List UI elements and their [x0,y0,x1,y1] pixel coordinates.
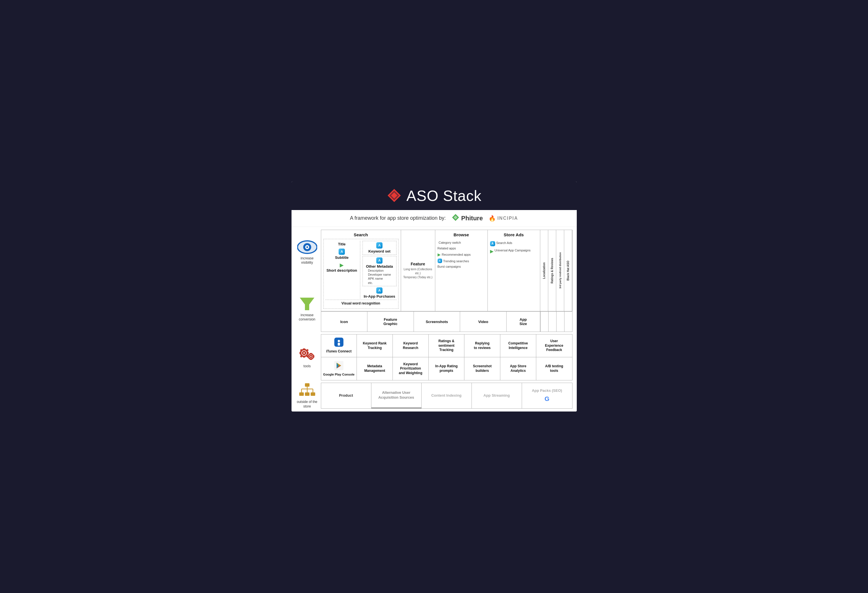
black-hat-aso-label: Black Hat ASO [564,230,572,311]
alternative-acquisition-cell: Alternative UserAcquisition Sources [371,383,422,408]
svg-rect-14 [303,356,305,358]
vert-spacer-3 [556,312,564,331]
bottom-row: outside of the store Product Alternative… [296,383,573,409]
icon-cell: Icon [321,312,368,331]
keyword-rank-tracking-cell: Keyword RankTracking [357,334,393,357]
svg-rect-26 [313,355,314,358]
org-chart-icon [299,383,316,398]
svg-point-9 [306,246,308,248]
video-cell: Video [460,312,506,331]
store-ads-item-1: ▶ Universal App Campaigns [490,248,538,254]
middle-row: tools iTunes Connect Keyword RankTra [296,334,573,380]
svg-rect-23 [310,353,312,355]
feature-graphic-cell: FeatureGraphic [368,312,414,331]
store-ads-title: Store Ads [490,232,538,237]
apple-icon-keyword: A [376,242,382,248]
gears-icon [297,346,317,362]
top-row: increase visibility increase conversion … [296,230,573,332]
play-icon-short-desc: ▶ [339,262,345,268]
itunes-connect-icon [334,337,344,348]
keyword-research-cell: KeywordResearch [393,334,429,357]
phiture-diamond-icon [452,213,459,223]
svg-point-21 [309,354,313,359]
conversion-label-group: increase conversion [296,297,319,322]
play-icon-browse: ▶ [438,251,441,258]
screenshots-cell: Screenshots [414,312,461,331]
aso-logo-icon [387,188,402,204]
play-icon-uac: ▶ [490,248,493,254]
increase-visibility-label: increase visibility [296,256,319,265]
browse-section: Browse Category switch Related apps ▶ [435,230,488,311]
apple-icon-searchads: A [490,241,495,246]
third-party-android-label: 3rd party Android distribution [556,230,564,311]
conversion-cells: Icon FeatureGraphic Screenshots Video Ap [321,312,572,331]
short-desc-cell: ▶ Short description [325,261,359,274]
svg-point-22 [310,355,312,358]
other-metadata-items: Description Developer name APK name etc. [368,269,391,285]
svg-rect-24 [310,358,312,360]
google-play-console-icon [334,361,344,371]
svg-rect-35 [305,383,310,387]
svg-rect-13 [303,348,305,350]
search-inner: Title A Subtitle [323,239,399,309]
product-cell: Product [321,383,371,408]
subtitle-bar: A framework for app store optimization b… [292,210,577,227]
content-indexing-cell: Content Indexing [422,383,472,408]
content-area: increase visibility increase conversion … [292,227,577,411]
subtitle-text: A framework for app store optimization b… [350,215,446,221]
competitive-intel-cell: CompetitiveIntelligence [500,334,536,357]
search-title: Search [323,232,399,237]
vertical-labels-group: Localization Ratings & Reviews 3rd party… [540,230,572,311]
keyword-set-cell: Keyword set [369,249,391,253]
app-packs-cell: App Packs (SEO) G [522,383,572,408]
outside-store-side-label: outside of the store [296,383,319,409]
apple-icon-iap: A [376,287,382,294]
outside-store-grid: Product Alternative UserAcquisition Sour… [321,383,573,409]
header-title: ASO Stack [406,187,481,204]
tools-grid: iTunes Connect Keyword RankTracking Keyw… [321,334,573,380]
browse-item-1: Related apps [438,246,485,251]
app-size-cell: AppSize [506,312,540,331]
feature-section: Feature Long term (Collections etc.)Temp… [401,230,435,311]
app-streaming-cell: App Streaming [472,383,522,408]
vert-spacer-4 [564,312,572,331]
tools-label: tools [304,364,311,369]
browse-items: Category switch Related apps ▶ Recommend… [438,240,485,270]
apple-icon-browse: A [438,259,442,263]
funnel-icon [299,297,315,311]
top-sections-row: Search Title A [321,230,572,311]
browse-item-3: A Trending searches [438,259,485,264]
feature-subtitle: Long term (Collections etc.)Temporary (T… [403,268,433,279]
store-ads-item-0: A Search Ads [490,241,538,247]
top-main-grid: Search Title A [321,230,573,332]
keyword-prioritization-cell: KeywordPrioritizationand Weighting [393,357,429,380]
in-app-purchases-cell: In-App Purchases [364,294,396,299]
main-container: ASO Stack A framework for app store opti… [292,182,577,411]
incipia-label: INCIPIA [497,216,518,221]
itunes-connect-cell: iTunes Connect [321,334,357,357]
in-app-rating-cell: In-App Ratingprompts [429,357,465,380]
visibility-label-group: increase visibility [296,240,319,265]
visual-word-row: Visual word recognition [325,300,397,307]
conversion-row: Icon FeatureGraphic Screenshots Video Ap [321,311,572,331]
svg-rect-29 [338,343,340,346]
feature-title: Feature [411,262,425,266]
apple-icon-metadata: A [376,257,382,264]
outside-store-label: outside of the store [296,400,319,409]
incipia-brand: 🔥 INCIPIA [489,215,518,222]
svg-point-12 [303,352,306,355]
svg-rect-25 [307,355,309,358]
eye-icon [297,240,317,254]
store-ads-section: Store Ads A Search Ads ▶ Universal App C… [488,230,540,311]
google-play-console-label: Google Play Console [323,373,354,376]
subtitle-cell: A Subtitle [325,247,359,261]
browse-item-4: Burst campaigns [438,264,485,270]
google-g-icon: G [545,395,549,403]
svg-marker-10 [300,298,314,310]
metadata-management-cell: MetadataManagement [357,357,393,380]
svg-rect-36 [299,392,304,396]
replying-reviews-cell: Replyingto reviews [464,334,500,357]
app-store-analytics-cell: App StoreAnalytics [500,357,536,380]
localization-label: Localization [540,230,548,311]
svg-rect-15 [300,352,301,354]
